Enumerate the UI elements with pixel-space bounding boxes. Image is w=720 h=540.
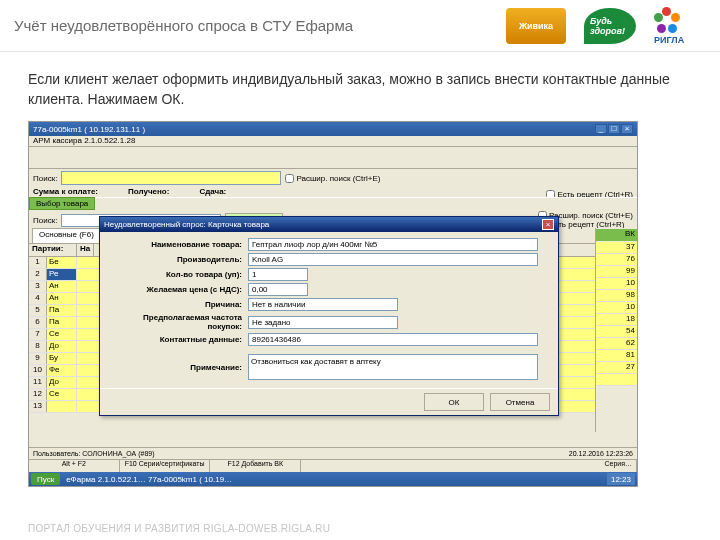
fkey-f10[interactable]: F10 Серии/сертификаты: [120, 460, 211, 472]
app-screenshot: 77а-0005km1 ( 10.192.131.11 ) _□× АРМ ка…: [28, 121, 638, 487]
fkey-serija[interactable]: Серия…: [301, 460, 637, 472]
ext-search-check[interactable]: Расшир. поиск (Ctrl+E): [285, 174, 380, 183]
freq-select[interactable]: Не задано: [248, 316, 398, 329]
cancel-button[interactable]: Отмена: [490, 393, 550, 411]
app-titlebar: АРМ кассира 2.1.0.522.1.28: [29, 136, 637, 147]
tab-main[interactable]: Основные (F6): [32, 228, 101, 243]
name-label: Наименование товара:: [108, 240, 248, 249]
ok-button[interactable]: ОК: [424, 393, 484, 411]
app-toolbar: [29, 147, 637, 169]
note-field[interactable]: [248, 354, 538, 380]
inner-search-label: Поиск:: [33, 216, 57, 225]
logo-rigla: РИГЛА: [654, 7, 706, 45]
logo-bud-zdorov: Будь здоров!: [584, 8, 636, 44]
right-values: ВК 3776991098101854628127: [595, 228, 637, 432]
contact-label: Контактные данные:: [108, 335, 248, 344]
price-field[interactable]: 0,00: [248, 283, 308, 296]
freq-label: Предполагаемая частота покупок:: [108, 313, 248, 331]
reason-select[interactable]: Нет в наличии: [248, 298, 398, 311]
page-title: Учёт неудовлетворённого спроса в СТУ Ефа…: [14, 17, 506, 35]
demand-dialog: Неудовлетворенный спрос: Карточка товара…: [99, 216, 559, 416]
mfr-field[interactable]: Knoll AG: [248, 253, 538, 266]
col-parties: Партии:: [29, 244, 77, 256]
mfr-label: Производитель:: [108, 255, 248, 264]
search-label: Поиск:: [33, 174, 57, 183]
window-titlebar: 77а-0005km1 ( 10.192.131.11 ) _□×: [29, 122, 637, 136]
goods-tab[interactable]: Выбор товара: [29, 197, 95, 210]
max-icon[interactable]: □: [608, 124, 620, 134]
status-user: Пользователь: СОЛОНИНА_ОА (#89): [33, 450, 155, 457]
search-input[interactable]: [61, 171, 281, 185]
col-name: На: [77, 244, 94, 256]
logo-row: Живика Будь здоров! РИГЛА: [506, 7, 706, 45]
name-field[interactable]: Гептрал лиоф лор д/ин 400мг №5: [248, 238, 538, 251]
fkey-alt[interactable]: Alt + F2: [29, 460, 120, 472]
contact-field[interactable]: 89261436486: [248, 333, 538, 346]
price-label: Желаемая цена (с НДС):: [108, 285, 248, 294]
system-tray: 12:23: [607, 473, 635, 485]
window-title: 77а-0005km1 ( 10.192.131.11 ): [33, 125, 145, 134]
fkey-f12[interactable]: F12 Добавить ВК: [210, 460, 301, 472]
dialog-title: Неудовлетворенный спрос: Карточка товара: [104, 220, 269, 229]
slide-body: Если клиент желает оформить индивидуальн…: [0, 52, 720, 117]
close-icon[interactable]: ×: [621, 124, 633, 134]
qty-label: Кол-во товара (уп):: [108, 270, 248, 279]
min-icon[interactable]: _: [595, 124, 607, 134]
slide-footer: ПОРТАЛ ОБУЧЕНИЯ И РАЗВИТИЯ RIGLA-DOWEB.R…: [28, 523, 330, 534]
note-label: Примечание:: [108, 363, 248, 372]
start-button[interactable]: Пуск: [31, 473, 60, 485]
qty-field[interactable]: 1: [248, 268, 308, 281]
dialog-close-icon[interactable]: ×: [542, 219, 554, 230]
status-time: 20.12.2016 12:23:26: [569, 450, 633, 457]
taskbar-apps[interactable]: еФарма 2.1.0.522.1… 77а-0005km1 ( 10.19…: [66, 475, 232, 484]
reason-label: Причина:: [108, 300, 248, 309]
logo-zhivika: Живика: [506, 8, 566, 44]
